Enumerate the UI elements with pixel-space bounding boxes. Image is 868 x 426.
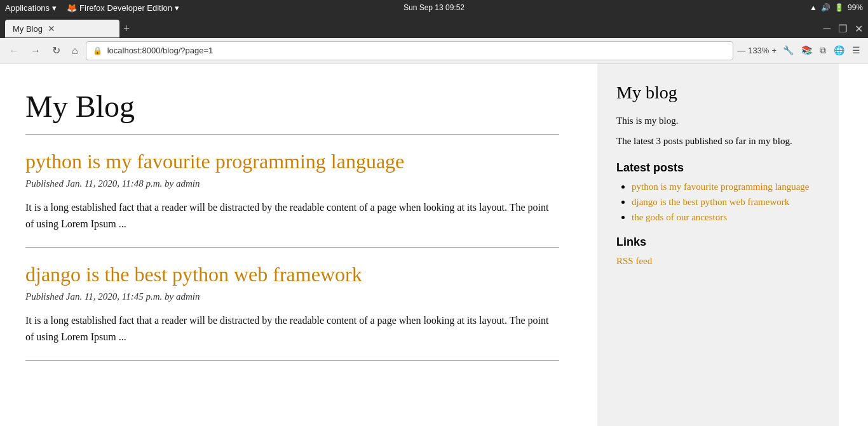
volume-icon: 🔊: [821, 3, 831, 12]
post-title-link-1[interactable]: python is my favourite programming langu…: [25, 150, 559, 173]
battery-icon: 🔋: [834, 3, 844, 12]
post-excerpt-1: It is a long established fact that a rea…: [25, 199, 559, 232]
page-title: My Blog: [25, 89, 559, 124]
back-button[interactable]: ←: [5, 44, 23, 58]
list-item: the gods of our ancestors: [632, 211, 820, 223]
zoom-in-button[interactable]: +: [771, 46, 776, 55]
post-title-link-2[interactable]: django is the best python web framework: [25, 263, 559, 286]
menu-icon[interactable]: ☰: [850, 44, 863, 57]
active-tab[interactable]: My Blog ✕: [5, 20, 119, 37]
rss-feed-link[interactable]: RSS feed: [616, 256, 652, 266]
os-bar-left: Applications ▾ 🦊 Firefox Developer Editi…: [5, 3, 179, 13]
url-text: localhost:8000/blog/?page=1: [107, 46, 214, 55]
toolbar-right: 🔧 📚 ⧉ 🌐 ☰: [780, 44, 863, 57]
tools-icon[interactable]: 🔧: [780, 44, 796, 57]
browser-dropdown-icon: ▾: [175, 3, 179, 13]
post-item: django is the best python web framework …: [25, 263, 559, 345]
tab-switch-icon[interactable]: ⧉: [817, 44, 829, 57]
browser-toolbar: ← → ↻ ⌂ 🔒 localhost:8000/blog/?page=1 — …: [0, 38, 868, 63]
latest-post-link-3[interactable]: the gods of our ancestors: [632, 212, 727, 222]
forward-button[interactable]: →: [27, 44, 44, 58]
post-divider-1: [25, 247, 559, 248]
post-excerpt-2: It is a long established fact that a rea…: [25, 312, 559, 345]
applications-menu[interactable]: Applications: [5, 3, 50, 13]
list-item: django is the best python web framework: [632, 196, 820, 208]
browser-name: Firefox Developer Edition: [79, 3, 172, 13]
bookmarks-icon[interactable]: 📚: [799, 44, 815, 57]
latest-post-link-2[interactable]: django is the best python web framework: [632, 197, 789, 207]
reload-button[interactable]: ↻: [48, 43, 64, 58]
security-icon: 🔒: [93, 46, 102, 55]
os-bar: Applications ▾ 🦊 Firefox Developer Editi…: [0, 0, 868, 15]
latest-post-link-1[interactable]: python is my favourite programming langu…: [632, 182, 810, 192]
latest-posts-heading: Latest posts: [616, 161, 820, 175]
title-divider: [25, 134, 559, 135]
os-bar-right: ▲ 🔊 🔋 99%: [810, 3, 863, 12]
zoom-level: 133%: [748, 46, 769, 55]
sidebar-title: My blog: [616, 83, 820, 103]
sidebar: My blog This is my blog. The latest 3 po…: [597, 63, 839, 426]
post-item: python is my favourite programming langu…: [25, 150, 559, 232]
tab-title: My Blog: [13, 24, 43, 34]
sidebar-desc-2: The latest 3 posts published so far in m…: [616, 133, 820, 149]
home-button[interactable]: ⌂: [68, 44, 82, 58]
list-item: python is my favourite programming langu…: [632, 181, 820, 192]
links-heading: Links: [616, 236, 820, 249]
wifi-icon: ▲: [810, 3, 817, 12]
new-tab-button[interactable]: +: [123, 22, 130, 36]
minimize-button[interactable]: ─: [824, 23, 831, 35]
battery-pct: 99%: [848, 3, 863, 12]
sidebar-desc-1: This is my blog.: [616, 113, 820, 128]
browser-chrome: My Blog ✕ + ─ ❐ ✕ ← → ↻ ⌂ 🔒 localhost:80…: [0, 15, 868, 63]
tab-bar: My Blog ✕ + ─ ❐ ✕: [0, 15, 868, 38]
firefox-icon: 🦊: [67, 3, 77, 13]
os-datetime: Sun Sep 13 09:52: [403, 3, 465, 12]
os-bar-dropdown-icon: ▾: [52, 3, 57, 13]
restore-button[interactable]: ❐: [838, 23, 847, 35]
tab-close-button[interactable]: ✕: [48, 23, 55, 34]
zoom-out-button[interactable]: —: [737, 46, 745, 55]
main-content: My Blog python is my favourite programmi…: [0, 63, 597, 426]
page-wrapper: My Blog python is my favourite programmi…: [0, 63, 868, 426]
post-divider-2: [25, 360, 559, 361]
url-bar[interactable]: 🔒 localhost:8000/blog/?page=1: [86, 41, 733, 60]
latest-posts-list: python is my favourite programming langu…: [616, 181, 820, 223]
extensions-icon[interactable]: 🌐: [831, 44, 847, 57]
window-controls: ─ ❐ ✕: [824, 23, 863, 35]
post-meta-1: Published Jan. 11, 2020, 11:48 p.m. by a…: [25, 178, 559, 189]
zoom-controls: — 133% +: [737, 46, 776, 55]
close-window-button[interactable]: ✕: [855, 23, 863, 35]
post-meta-2: Published Jan. 11, 2020, 11:45 p.m. by a…: [25, 291, 559, 302]
